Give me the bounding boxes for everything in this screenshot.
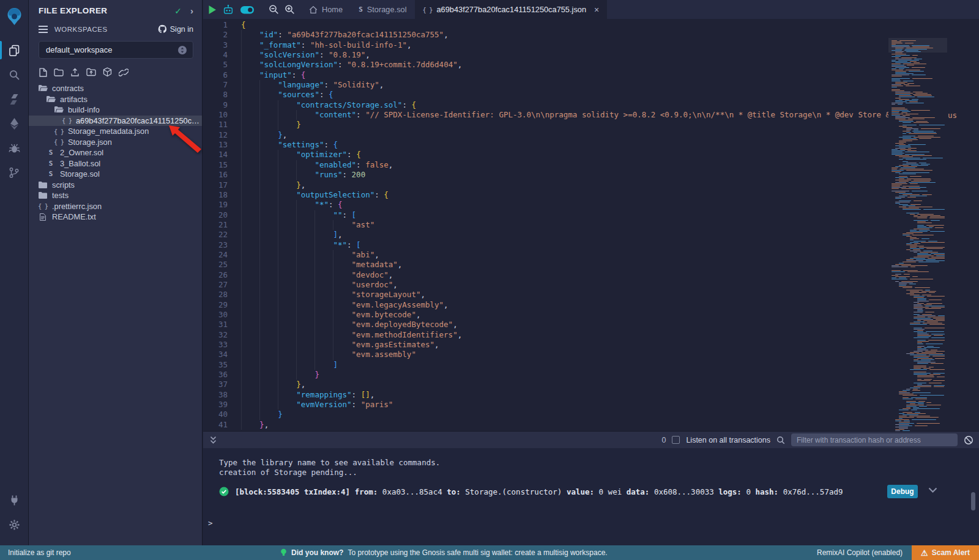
listen-all-checkbox[interactable] (672, 436, 680, 444)
code-line[interactable]: { (241, 20, 888, 30)
tree-item[interactable]: S2_Owner.sol (29, 147, 202, 158)
tree-item[interactable]: contracts (29, 83, 202, 94)
tree-item[interactable]: tests (29, 190, 202, 201)
zoom-in-icon[interactable] (285, 4, 295, 15)
tree-item[interactable]: SStorage.sol (29, 169, 202, 180)
code-line[interactable]: }, (241, 420, 888, 430)
code-line[interactable]: } (241, 370, 888, 380)
debug-button[interactable]: Debug (887, 485, 918, 498)
transaction-filter-input[interactable] (791, 433, 958, 446)
hamburger-menu-icon[interactable] (39, 26, 48, 33)
code-line[interactable]: "evmVersion": "paris" (241, 400, 888, 410)
tree-item[interactable]: { }.prettierrc.json (29, 201, 202, 212)
rail-item-deploy-run[interactable] (0, 111, 29, 136)
code-line[interactable]: "evm.methodIdentifiers", (241, 330, 888, 340)
minimap-line (912, 390, 920, 391)
code-line[interactable]: "enabled": false, (241, 160, 888, 170)
copilot-status[interactable]: RemixAI Copilot (enabled) (817, 548, 903, 557)
rail-item-settings[interactable] (0, 512, 29, 537)
collapse-terminal-icon[interactable] (209, 436, 217, 444)
tab-build-info-json[interactable]: { } a69b43f277ba20fcac141151250ca755.jso… (415, 0, 608, 19)
zoom-out-icon[interactable] (269, 4, 279, 15)
code-line[interactable]: }, (241, 380, 888, 389)
code-line[interactable]: "ast" (241, 220, 888, 230)
new-file-icon[interactable] (39, 68, 47, 77)
tree-item[interactable]: artifacts (29, 94, 202, 105)
transaction-log-row[interactable]: [block:5583405 txIndex:4] from: 0xa03...… (219, 487, 881, 496)
terminal-search-icon[interactable] (776, 436, 785, 444)
tree-item[interactable]: scripts (29, 180, 202, 191)
code-line[interactable]: }, (241, 130, 888, 140)
tab-home[interactable]: Home (301, 0, 351, 19)
rail-item-file-explorer[interactable] (0, 38, 29, 62)
tree-item[interactable]: { }a69b43f277ba20fcac141151250ca755.json (29, 116, 202, 127)
tree-item[interactable]: build-info (29, 105, 202, 116)
code-line[interactable]: "runs": 200 (241, 170, 888, 180)
rail-item-debugger[interactable] (0, 136, 29, 160)
rail-item-search[interactable] (0, 62, 29, 87)
clear-console-icon[interactable] (964, 435, 973, 445)
copilot-toggle[interactable] (240, 4, 255, 15)
rail-item-git[interactable] (0, 160, 29, 185)
code-line[interactable]: "evm.assembly" (241, 350, 888, 359)
code-line[interactable]: "sources": { (241, 90, 888, 100)
tree-item[interactable]: { }Storage.json (29, 137, 202, 148)
rail-item-solidity-compiler[interactable] (0, 87, 29, 111)
code-line[interactable]: "contracts/Storage.sol": { (241, 100, 888, 110)
code-line[interactable]: "evm.deployedBytecode", (241, 320, 888, 330)
upload-folder-icon[interactable] (86, 68, 96, 76)
remix-logo[interactable] (0, 2, 29, 31)
run-script-button[interactable] (208, 5, 217, 15)
cube-icon[interactable] (103, 67, 112, 77)
code-line[interactable]: "optimizer": { (241, 150, 888, 160)
code-line[interactable]: ] (241, 360, 888, 370)
code-line[interactable]: "": [ (241, 210, 888, 220)
close-icon[interactable]: × (594, 5, 599, 15)
code-line[interactable]: "metadata", (241, 260, 888, 270)
terminal-scrollbar[interactable] (971, 492, 975, 510)
code-line[interactable]: }, (241, 180, 888, 190)
tree-item[interactable]: { }Storage_metadata.json (29, 126, 202, 137)
code-line[interactable]: } (241, 120, 888, 130)
terminal-prompt[interactable]: > (208, 518, 213, 528)
code-line[interactable]: "input": { (241, 70, 888, 80)
link-icon[interactable] (119, 68, 128, 77)
code-line[interactable]: "solcLongVersion": "0.8.19+commit.7dd6d4… (241, 60, 888, 70)
scam-alert-button[interactable]: ⚠ Scam Alert (912, 545, 979, 560)
code-line[interactable]: } (241, 410, 888, 419)
code-line[interactable]: "evm.bytecode", (241, 310, 888, 320)
rail-item-plugin-manager[interactable] (0, 488, 29, 512)
code-line[interactable]: "solcVersion": "0.8.19", (241, 50, 888, 60)
git-init-button[interactable]: Initialize as git repo (0, 548, 71, 557)
code-line[interactable]: "*": { (241, 200, 888, 210)
code-line[interactable]: "id": "a69b43f277ba20fcac141151250ca755"… (241, 30, 888, 40)
code-content[interactable]: {"id": "a69b43f277ba20fcac141151250ca755… (237, 19, 888, 431)
tree-item[interactable]: S3_Ballot.sol (29, 158, 202, 169)
new-folder-icon[interactable] (54, 68, 64, 76)
code-line[interactable]: "evm.legacyAssembly", (241, 300, 888, 310)
terminal[interactable]: Type the library name to see available c… (203, 448, 979, 545)
code-line[interactable]: "content": "// SPDX-License-Identifier: … (241, 110, 888, 120)
code-line[interactable]: "storageLayout", (241, 290, 888, 300)
sign-in-button[interactable]: Sign in (158, 24, 193, 34)
upload-file-icon[interactable] (70, 68, 80, 77)
code-line[interactable]: ], (241, 230, 888, 240)
expand-tx-chevron-icon[interactable] (928, 487, 937, 493)
code-editor[interactable]: 1234567891011121314151617181920212223242… (203, 19, 979, 431)
tab-storage-sol[interactable]: S Storage.sol (351, 0, 414, 19)
chevron-right-icon[interactable]: › (190, 6, 193, 16)
code-line[interactable]: "*": [ (241, 240, 888, 250)
tree-item[interactable]: README.txt (29, 212, 202, 223)
code-line[interactable]: "abi", (241, 250, 888, 260)
code-line[interactable]: "outputSelection": { (241, 190, 888, 200)
code-line[interactable]: "_format": "hh-sol-build-info-1", (241, 40, 888, 50)
code-line[interactable]: "remappings": [], (241, 390, 888, 400)
code-line[interactable]: "userdoc", (241, 280, 888, 290)
minimap[interactable] (888, 38, 947, 450)
code-line[interactable]: "evm.gasEstimates", (241, 340, 888, 350)
workspace-select[interactable]: default_workspace (39, 41, 193, 59)
code-line[interactable]: "devdoc", (241, 270, 888, 280)
ai-copilot-icon[interactable] (222, 4, 234, 16)
code-line[interactable]: "language": "Solidity", (241, 80, 888, 90)
code-line[interactable]: "settings": { (241, 140, 888, 150)
